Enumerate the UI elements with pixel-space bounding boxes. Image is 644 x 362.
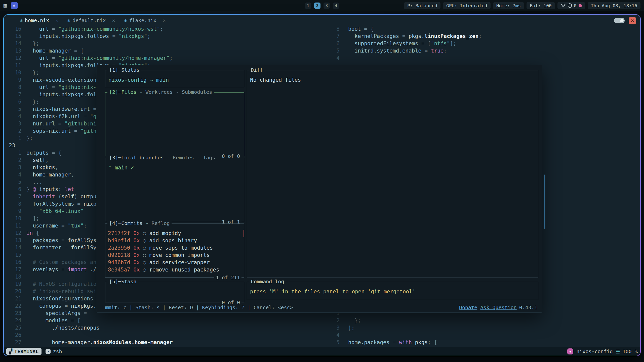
tab-close-icon[interactable]: ×: [112, 17, 115, 23]
code-line: 2 };: [328, 317, 640, 324]
lazygit-stash-panel[interactable]: [5]─Stash 0 of 0: [105, 282, 244, 302]
panel-title: [5]─Stash: [109, 279, 136, 285]
mode-label: TERMINAL: [14, 348, 38, 354]
scrollbar-thumb[interactable]: [544, 174, 545, 229]
shell-tab[interactable]: ›zsh: [46, 348, 62, 354]
commit-row[interactable]: b49ef1d 0x ○ add sops binary: [105, 237, 244, 244]
tab-bar: ❄ home.nix × ❄ default.nix × ❄ flake.nix…: [4, 15, 640, 26]
statusbar-right: ◆ nixos-config 100 %: [567, 348, 638, 354]
terminal-window: ❄ home.nix × ❄ default.nix × ❄ flake.nix…: [4, 15, 640, 356]
commit-row[interactable]: 9486b7d 0x ○ add service-wrapper: [105, 259, 244, 266]
workspace-switcher: 1 2 3 4: [305, 3, 339, 9]
apps-grid-icon[interactable]: ▦: [4, 3, 7, 9]
workspace-2-button-active[interactable]: 2: [314, 3, 320, 9]
shell-label: zsh: [53, 348, 62, 354]
window-toggle[interactable]: [614, 18, 625, 23]
lazygit-files-panel[interactable]: [2]─Files - Worktrees - Submodules 0 of …: [105, 92, 244, 156]
lazygit-diff-panel[interactable]: Diff No changed files: [247, 70, 538, 278]
code-line: 25 ./hosts/canopus: [4, 324, 328, 332]
nix-file-icon: ❄: [124, 18, 127, 23]
nix-icon: ❄: [13, 3, 16, 8]
tab-flake-nix[interactable]: ❄ flake.nix ×: [124, 17, 166, 23]
lazygit-branches-panel[interactable]: [3]─Local branches - Remotes - Tags * ma…: [105, 158, 244, 222]
tab-close-icon[interactable]: ×: [163, 17, 166, 23]
power-profile-status[interactable]: P: Balanced: [404, 2, 440, 9]
code-line: 3};: [328, 324, 640, 332]
ask-question-link[interactable]: Ask Question: [480, 304, 517, 310]
repo-icon: ◆: [567, 348, 573, 354]
nix-file-icon: ❄: [67, 18, 70, 23]
commits-scrollbar[interactable]: [244, 230, 244, 237]
commit-row[interactable]: 8e345a7 0x ○ remove unused packages: [105, 266, 244, 274]
topbar-right: P: Balanced GPU: Integrated Home: 7ms Ba…: [404, 2, 640, 9]
active-window-border: ❄ home.nix × ❄ default.nix × ❄ flake.nix…: [3, 14, 641, 356]
gpu-status: GPU: Integrated: [443, 2, 491, 9]
list-icon[interactable]: [616, 350, 620, 353]
code-line: 12 url = "github:nix-community/home-mana…: [4, 55, 328, 62]
tab-close-icon[interactable]: ×: [55, 17, 58, 23]
code-line: 5home.packages = with pkgs; [: [328, 339, 640, 346]
branch-item[interactable]: * main ✓: [108, 165, 244, 171]
nix-launcher-button[interactable]: ❄: [11, 2, 18, 9]
code-line: 6 supportedFilesystems = ["ntfs"];: [328, 40, 640, 47]
toggle-knob-icon: [620, 19, 624, 23]
repo-branch-status: nixos-config → main: [108, 77, 244, 83]
tab-home-nix[interactable]: ❄ home.nix ×: [20, 17, 58, 23]
close-icon: ×: [631, 18, 634, 24]
mode-icon: ▞: [9, 348, 12, 354]
topbar-left: ▦ ❄: [4, 2, 18, 9]
panel-title: [4]─Commits: [109, 220, 142, 226]
code-line: 14 };: [4, 40, 328, 47]
tab-label: default.nix: [72, 17, 106, 23]
tab-label: home.nix: [25, 17, 49, 23]
workspace-1-button[interactable]: 1: [305, 3, 311, 9]
wifi-icon: [561, 4, 566, 8]
system-status-bar: ▦ ❄ 1 2 3 4 P: Balanced GPU: Integrated …: [0, 0, 644, 11]
donate-link[interactable]: Donate: [459, 304, 477, 310]
panel-tabs[interactable]: - Reflog: [142, 220, 170, 226]
panel-title: [1]─Status: [109, 67, 139, 73]
code-line: 7 kernelPackages = pkgs.linuxPackages_ze…: [328, 33, 640, 40]
session-name: nixos-config: [576, 348, 613, 354]
lazygit-status-panel[interactable]: [1]─Status nixos-config → main: [105, 70, 244, 87]
lazygit-popup: [1]─Status nixos-config → main [2]─Files…: [97, 65, 542, 313]
tab-label: flake.nix: [129, 17, 156, 23]
percent-indicator: 100 %: [623, 348, 638, 354]
terminal-status-bar: ▞TERMINAL ›zsh ◆ nixos-config 100 %: [4, 347, 640, 356]
panel-tabs[interactable]: - Remotes - Tags: [164, 155, 215, 161]
code-line: 8boot = {: [328, 25, 640, 33]
shell-icon: ›: [46, 349, 51, 354]
panel-tabs[interactable]: - Worktrees - Submodules: [136, 89, 212, 95]
tray-app-icon[interactable]: [579, 4, 582, 7]
tab-default-nix[interactable]: ❄ default.nix ×: [67, 17, 115, 23]
lazygit-commits-panel[interactable]: [4]─Commits - Reflog 2717f2f 0x ○ add mo…: [105, 223, 244, 278]
workspace-4-button[interactable]: 4: [333, 3, 339, 9]
keybindings-bar: mmit: c | Stash: s | Reset: D | Keybindi…: [105, 304, 293, 310]
workspace-3-button[interactable]: 3: [324, 3, 330, 9]
window-controls: ×: [614, 17, 636, 24]
nix-file-icon: ❄: [20, 18, 23, 23]
shield-count: 0: [574, 3, 577, 8]
code-line: 24 modules = [: [4, 317, 328, 324]
code-line: 16 url = "github:nix-community/nixos-wsl…: [4, 25, 328, 33]
lazygit-version: 0.43.1: [519, 304, 537, 310]
code-line: 4: [328, 332, 640, 339]
mode-badge: ▞TERMINAL: [6, 348, 42, 355]
clock: Thu Aug 08, 18:16: [588, 2, 640, 9]
code-line: 15 inputs.nixpkgs.follows = "nixpkgs";: [4, 33, 328, 40]
code-line: 5 initrd.systemd.enable = true;: [328, 47, 640, 55]
window-close-button[interactable]: ×: [629, 17, 636, 24]
panel-title: [2]─Files: [109, 89, 136, 95]
panel-title: [3]─Local branches: [109, 155, 164, 161]
code-line: 13 home-manager = {: [4, 47, 328, 55]
commits-count: 1 of 211: [214, 275, 242, 281]
commit-row[interactable]: 2717f2f 0x ○ add mopidy: [105, 230, 244, 237]
commit-row[interactable]: d920218 0x ○ move common imports: [105, 252, 244, 259]
commit-row[interactable]: 2a23950 0x ○ move sops to modules: [105, 244, 244, 252]
lazygit-command-log-panel[interactable]: Command log press 'M' in the files panel…: [247, 282, 538, 300]
diff-content: No changed files: [250, 77, 538, 83]
command-log-message: press 'M' in the files panel to open 'gi…: [250, 289, 538, 295]
battery-status: Bat: 100: [527, 2, 555, 9]
system-tray[interactable]: 0: [557, 2, 585, 9]
lazygit-footer-links: Donate Ask Question0.43.1: [459, 304, 537, 310]
